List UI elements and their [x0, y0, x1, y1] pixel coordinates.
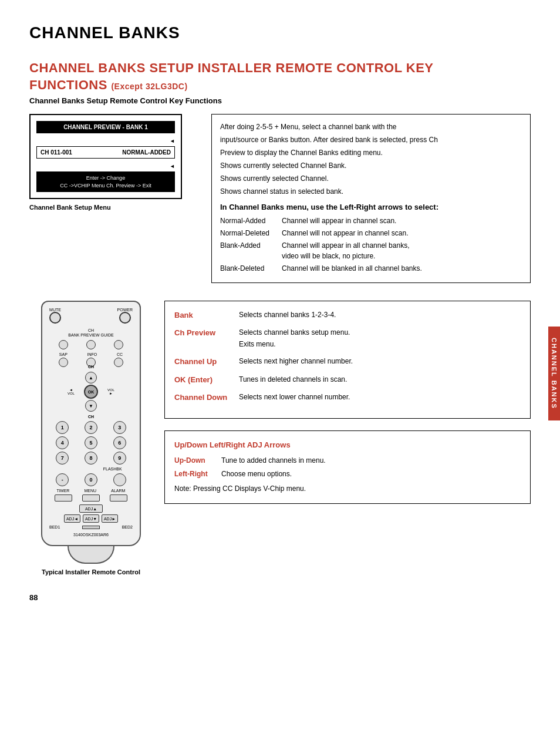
info-line3: Preview to display the Channel Banks edi…: [220, 147, 522, 158]
main-content-area: CHANNEL PREVIEW - BANK 1 ◄ CH 011-001 NO…: [29, 114, 531, 283]
adj-up-button[interactable]: ADJ▲: [79, 504, 103, 513]
info-row-2: Blank-Added Channel will appear in all c…: [220, 240, 522, 261]
preview-button[interactable]: [86, 340, 96, 349]
nav-block: CH ▲ ◄VOL VOL► OK ▼ CH: [68, 371, 114, 413]
remote-column: MUTE POWER CHBANK PREVIEW GUIDE: [29, 301, 153, 576]
info-row-3: Blank-Deleted Channel will be blanked in…: [220, 263, 522, 274]
side-label: CHANNEL BANKS: [548, 327, 560, 420]
cc-button[interactable]: [114, 358, 123, 367]
btn-dash[interactable]: -: [56, 473, 69, 486]
right-column: After doing 2-5-5 + Menu, select a chann…: [211, 114, 531, 283]
adj-section: ADJ▲ ADJ◄ ADJ▼ ADJ►: [49, 504, 133, 523]
menu-bottom-bar: Enter -> Change CC ->VCHIP Menu Ch. Prev…: [36, 171, 175, 192]
bed-row: BED1 BED2: [49, 525, 133, 529]
alarm-button[interactable]: [110, 494, 127, 502]
lower-section: MUTE POWER CHBANK PREVIEW GUIDE: [29, 301, 531, 576]
adj-note: Note: Pressing CC Displays V-Chip menu.: [174, 483, 521, 494]
mute-button[interactable]: [49, 312, 61, 324]
func-bank: Bank Selects channel banks 1-2-3-4.: [174, 309, 521, 322]
btn-9[interactable]: 9: [113, 452, 126, 465]
func-channel-up: Channel Up Selects next higher channel n…: [174, 356, 521, 368]
guide-button[interactable]: [114, 340, 123, 349]
btn-2[interactable]: 2: [85, 421, 97, 434]
adj-right-button[interactable]: ADJ►: [102, 514, 118, 523]
adj-down-button[interactable]: ADJ▼: [83, 514, 99, 523]
page-title: CHANNEL BANKS: [29, 23, 531, 42]
timer-menu-alarm-labels: TIMER MENU ALARM: [49, 489, 133, 493]
function-box: Bank Selects channel banks 1-2-3-4. Ch P…: [164, 301, 531, 419]
remote-control: MUTE POWER CHBANK PREVIEW GUIDE: [41, 301, 141, 547]
power-button[interactable]: [119, 312, 131, 324]
info-line5: Shows currently selected Channel.: [220, 173, 522, 184]
btn-3[interactable]: 3: [113, 421, 126, 434]
timer-menu-alarm-row: [49, 494, 133, 502]
btn-1[interactable]: 1: [56, 421, 69, 434]
number-grid: 1 2 3 4 5 6 7 8 9: [49, 421, 133, 465]
info-line2: input/source or Banks button. After desi…: [220, 134, 522, 145]
func-ok-enter: OK (Enter) Tunes in deleted channels in …: [174, 374, 521, 386]
btn-4[interactable]: 4: [56, 436, 69, 449]
adj-func-updown: Up-Down Tune to added channels in menu.: [174, 455, 521, 466]
btn-flashbk[interactable]: [113, 473, 126, 486]
info-line4: Shows currently selected Channel Bank.: [220, 160, 522, 171]
menu-button[interactable]: [82, 494, 100, 502]
timer-button[interactable]: [55, 494, 72, 502]
info-row-0: Normal-Added Channel will appear in chan…: [220, 216, 522, 226]
section-heading: CHANNEL BANKS SETUP INSTALLER REMOTE CON…: [29, 60, 531, 93]
info-bold-line: In Channel Banks menu, use the Left-Righ…: [220, 201, 522, 213]
btn-8[interactable]: 8: [85, 452, 97, 465]
sap-button[interactable]: [59, 358, 68, 367]
menu-illustration: CHANNEL PREVIEW - BANK 1 ◄ CH 011-001 NO…: [29, 114, 182, 199]
adj-box-title: Up/Down Left/Right ADJ Arrows: [174, 439, 521, 452]
func-channel-down: Channel Down Selects next lower channel …: [174, 392, 521, 404]
bank-preview-guide-row: [49, 340, 133, 349]
btn-7[interactable]: 7: [56, 452, 69, 465]
btn-0[interactable]: 0: [85, 473, 97, 486]
remote-caption: Typical Installer Remote Control: [42, 568, 140, 576]
btn-5[interactable]: 5: [85, 436, 97, 449]
bottom-num-row: - 0: [49, 473, 133, 486]
adj-func-leftright: Left-Right Choose menu options.: [174, 469, 521, 480]
serial-number: 3140OSKZ003AR6: [49, 533, 133, 537]
adj-left-button[interactable]: ADJ◄: [64, 514, 80, 523]
left-column: CHANNEL PREVIEW - BANK 1 ◄ CH 011-001 NO…: [29, 114, 200, 283]
mute-power-row: MUTE POWER: [49, 308, 133, 325]
bank-row-label: CHBANK PREVIEW GUIDE: [49, 328, 133, 338]
btn-6[interactable]: 6: [113, 436, 126, 449]
subsection-label: Channel Banks Setup Remote Control Key F…: [29, 96, 531, 105]
info-line1: After doing 2-5-5 + Menu, select a chann…: [220, 122, 522, 132]
ok-button[interactable]: OK: [84, 385, 98, 399]
menu-ch-row: CH 011-001 NORMAL-ADDED: [36, 146, 175, 159]
info-line6: Shows channel status in selected bank.: [220, 186, 522, 197]
bank-button[interactable]: [59, 340, 68, 349]
info-box: After doing 2-5-5 + Menu, select a chann…: [211, 114, 531, 283]
ch-up-button[interactable]: ▲: [85, 372, 97, 383]
function-column: Bank Selects channel banks 1-2-3-4. Ch P…: [164, 301, 531, 576]
adj-arrows-box: Up/Down Left/Right ADJ Arrows Up-Down Tu…: [164, 430, 531, 503]
remote-bottom: [68, 546, 114, 564]
page-number: 88: [29, 593, 531, 602]
menu-caption: Channel Bank Setup Menu: [29, 204, 200, 211]
func-ch-preview: Ch Preview Selects channel banks setup m…: [174, 327, 521, 349]
bed-connector: [82, 526, 100, 529]
ch-down-button[interactable]: ▼: [85, 400, 97, 412]
adj-row: ADJ◄ ADJ▼ ADJ►: [49, 514, 133, 523]
menu-top-bar: CHANNEL PREVIEW - BANK 1: [36, 121, 175, 133]
info-row-1: Normal-Deleted Channel will not appear i…: [220, 228, 522, 238]
